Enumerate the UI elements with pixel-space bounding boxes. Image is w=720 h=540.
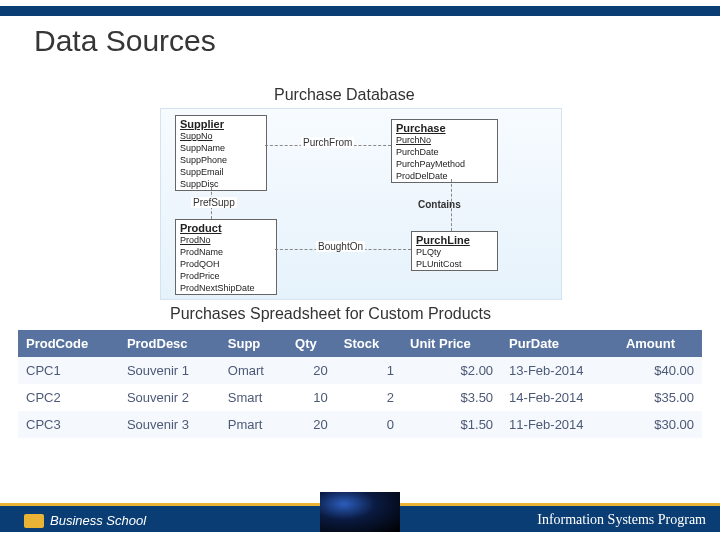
col-stock: Stock	[336, 330, 402, 357]
slide: Data Sources Purchase Database Supplier …	[0, 0, 720, 540]
col-qty: Qty	[287, 330, 336, 357]
cell-date: 14-Feb-2014	[501, 384, 618, 411]
entity-purchline: PurchLine PLQty PLUnitCost	[411, 231, 498, 271]
cell-price: $3.50	[402, 384, 501, 411]
entity-attr: ProdPrice	[176, 270, 276, 282]
entity-product: Product ProdNo ProdName ProdQOH ProdPric…	[175, 219, 277, 295]
col-prodcode: ProdCode	[18, 330, 119, 357]
table-row: CPC1Souvenir 1Omart201$2.0013-Feb-2014$4…	[18, 357, 702, 384]
cell-stock: 0	[336, 411, 402, 438]
entity-attr: SuppPhone	[176, 154, 266, 166]
entity-name: Supplier	[176, 116, 266, 130]
cell-qty: 20	[287, 411, 336, 438]
rel-boughton: BoughtOn	[316, 241, 365, 252]
cell-amount: $30.00	[618, 411, 702, 438]
entity-name: Product	[176, 220, 276, 234]
col-supp: Supp	[220, 330, 287, 357]
cell-supp: Smart	[220, 384, 287, 411]
entity-attr: ProdNextShipDate	[176, 282, 276, 294]
entity-attr: SuppDisc	[176, 178, 266, 190]
erd-subtitle: Purchase Database	[274, 86, 415, 104]
entity-attr: PurchPayMethod	[392, 158, 497, 170]
top-bar	[0, 6, 720, 16]
cell-amount: $35.00	[618, 384, 702, 411]
entity-purchase: Purchase PurchNo PurchDate PurchPayMetho…	[391, 119, 498, 183]
program-name: Information Systems Program	[537, 512, 706, 528]
logo-text: Business School	[50, 513, 146, 528]
cell-code: CPC2	[18, 384, 119, 411]
col-proddesc: ProdDesc	[119, 330, 220, 357]
entity-attr: PLQty	[412, 246, 497, 258]
cu-icon	[24, 514, 44, 528]
cell-desc: Souvenir 3	[119, 411, 220, 438]
page-title: Data Sources	[34, 24, 216, 58]
rel-contains: Contains	[416, 199, 463, 210]
spreadsheet-subtitle: Purchases Spreadsheet for Custom Product…	[170, 305, 491, 323]
footer: Business School Information Systems Prog…	[0, 490, 720, 532]
entity-attr: SuppEmail	[176, 166, 266, 178]
entity-attr: PLUnitCost	[412, 258, 497, 270]
entity-name: Purchase	[392, 120, 497, 134]
cell-desc: Souvenir 2	[119, 384, 220, 411]
spreadsheet-table: ProdCode ProdDesc Supp Qty Stock Unit Pr…	[18, 330, 702, 438]
col-amount: Amount	[618, 330, 702, 357]
entity-attr: SuppNo	[176, 130, 266, 142]
cell-supp: Pmart	[220, 411, 287, 438]
erd-diagram: Supplier SuppNo SuppName SuppPhone SuppE…	[160, 108, 562, 300]
entity-attr: ProdDelDate	[392, 170, 497, 182]
rel-prefsupp: PrefSupp	[191, 197, 237, 208]
entity-attr: ProdName	[176, 246, 276, 258]
col-purdate: PurDate	[501, 330, 618, 357]
cell-stock: 1	[336, 357, 402, 384]
cell-date: 13-Feb-2014	[501, 357, 618, 384]
cell-code: CPC3	[18, 411, 119, 438]
entity-name: PurchLine	[412, 232, 497, 246]
entity-attr: SuppName	[176, 142, 266, 154]
entity-attr: PurchDate	[392, 146, 497, 158]
swirl-image	[320, 492, 400, 532]
entity-attr: ProdNo	[176, 234, 276, 246]
rel-purchfrom: PurchFrom	[301, 137, 354, 148]
cell-date: 11-Feb-2014	[501, 411, 618, 438]
cell-supp: Omart	[220, 357, 287, 384]
cell-stock: 2	[336, 384, 402, 411]
col-unitprice: Unit Price	[402, 330, 501, 357]
cell-price: $1.50	[402, 411, 501, 438]
cell-code: CPC1	[18, 357, 119, 384]
logo: Business School	[24, 513, 146, 528]
cell-price: $2.00	[402, 357, 501, 384]
cell-desc: Souvenir 1	[119, 357, 220, 384]
cell-qty: 10	[287, 384, 336, 411]
table-row: CPC3Souvenir 3Pmart200$1.5011-Feb-2014$3…	[18, 411, 702, 438]
cell-amount: $40.00	[618, 357, 702, 384]
cell-qty: 20	[287, 357, 336, 384]
entity-attr: PurchNo	[392, 134, 497, 146]
table-row: CPC2Souvenir 2Smart102$3.5014-Feb-2014$3…	[18, 384, 702, 411]
entity-supplier: Supplier SuppNo SuppName SuppPhone SuppE…	[175, 115, 267, 191]
entity-attr: ProdQOH	[176, 258, 276, 270]
